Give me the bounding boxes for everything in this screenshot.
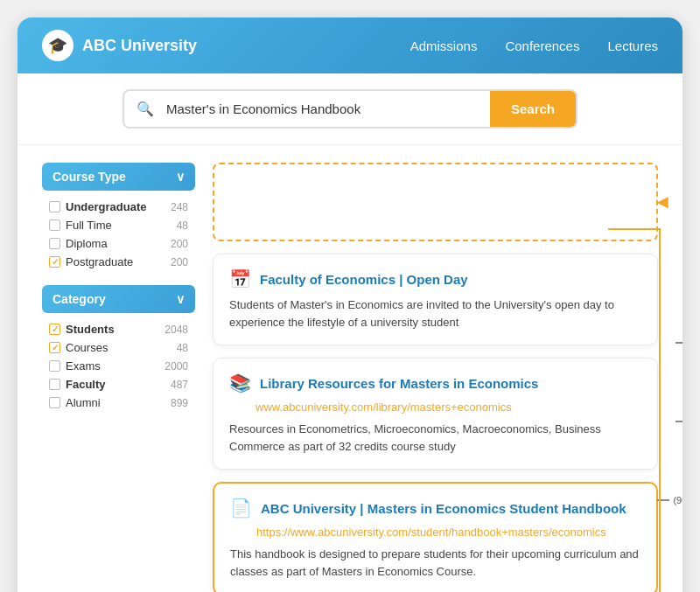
open-day-title: Faculty of Economics | Open Day (260, 272, 468, 287)
handbook-desc: This handbook is designed to prepare stu… (230, 546, 640, 580)
checkbox-students[interactable] (49, 324, 60, 335)
annotation-line-20 (676, 342, 682, 344)
search-input[interactable] (166, 93, 490, 125)
count-exams: 2000 (164, 360, 188, 373)
open-day-desc: Students of Master's in Economics are in… (229, 296, 641, 331)
annotation-50: (50) (676, 416, 682, 427)
filter-item-exams[interactable]: Exams 2000 (46, 357, 192, 375)
nav-links: Admissions Conferences Lectures (410, 38, 658, 53)
result-card-library[interactable]: 📚 Library Resources for Masters in Econo… (213, 358, 658, 470)
category-header[interactable]: Category ∨ (42, 285, 195, 313)
count-courses: 48 (177, 342, 188, 354)
filter-item-faculty[interactable]: Faculty 487 (46, 375, 192, 394)
course-type-filter: Course Type ∨ Undergraduate 248 (42, 163, 195, 271)
filter-item-fulltime[interactable]: Full Time 48 (46, 216, 192, 234)
handbook-title: ABC University | Masters in Economics St… (261, 501, 626, 516)
count-diploma: 200 (171, 238, 188, 250)
main-container: 🎓 ABC University Admissions Conferences … (18, 17, 682, 592)
search-icon: 🔍 (124, 92, 166, 126)
library-icon: 📚 (229, 373, 251, 394)
filter-item-postgraduate[interactable]: Postgraduate 200 (46, 253, 192, 271)
annotation-line-90 (657, 499, 669, 501)
category-chevron: ∨ (176, 292, 185, 306)
label-fulltime: Full Time (66, 219, 112, 232)
category-items: Students 2048 Courses 48 (42, 320, 195, 412)
annotation-label-90: (90) (673, 495, 682, 505)
search-section: 🔍 Search (18, 73, 682, 145)
annotation-90: (90) ➤ (657, 491, 682, 510)
course-type-label: Course Type (52, 170, 126, 184)
count-undergraduate: 248 (171, 201, 188, 213)
label-students: Students (66, 323, 115, 336)
checkbox-exams[interactable] (49, 360, 60, 372)
checkbox-courses[interactable] (49, 342, 60, 353)
logo-icon: 🎓 (42, 30, 74, 61)
checkbox-fulltime[interactable] (49, 219, 60, 231)
annotation-line-50 (676, 421, 682, 422)
checkbox-faculty[interactable] (49, 379, 60, 390)
course-type-items: Undergraduate 248 Full Time 48 (42, 198, 195, 271)
count-fulltime: 48 (177, 219, 188, 232)
sidebar: Course Type ∨ Undergraduate 248 (42, 163, 195, 592)
label-postgraduate: Postgraduate (66, 255, 133, 268)
checkbox-alumni[interactable] (49, 397, 60, 408)
result-card-open-day[interactable]: 📅 Faculty of Economics | Open Day Studen… (213, 254, 658, 345)
count-postgraduate: 200 (171, 256, 188, 268)
nav-admissions[interactable]: Admissions (410, 38, 478, 53)
filter-item-undergraduate[interactable]: Undergraduate 248 (46, 198, 192, 216)
checkbox-postgraduate[interactable] (49, 256, 60, 268)
category-filter: Category ∨ Students 2048 Cou (42, 285, 195, 412)
count-faculty: 487 (171, 379, 188, 391)
label-exams: Exams (66, 359, 101, 373)
search-button[interactable]: Search (490, 91, 576, 127)
filter-item-students[interactable]: Students 2048 (46, 320, 192, 338)
logo-text: ABC University (82, 37, 197, 55)
handbook-icon: 📄 (230, 498, 252, 519)
count-students: 2048 (164, 324, 188, 336)
header: 🎓 ABC University Admissions Conferences … (18, 17, 682, 73)
library-url[interactable]: www.abcuniversity.com/library/masters+ec… (256, 400, 641, 414)
results-area: ◄ 📅 Faculty of Economics | Open Day Stud… (213, 163, 658, 592)
open-day-icon: 📅 (229, 268, 251, 289)
annotation-20: (20) (676, 338, 682, 348)
nav-lectures[interactable]: Lectures (607, 38, 658, 53)
result-card-handbook[interactable]: 📄 ABC University | Masters in Economics … (213, 482, 658, 592)
filter-item-alumni[interactable]: Alumni 899 (46, 394, 192, 412)
checkbox-undergraduate[interactable] (49, 201, 60, 212)
label-undergraduate: Undergraduate (66, 200, 146, 213)
checkbox-diploma[interactable] (49, 238, 60, 249)
search-bar: 🔍 Search (122, 89, 578, 129)
placeholder-arrow: ◄ (653, 191, 672, 213)
nav-conferences[interactable]: Conferences (505, 38, 579, 53)
library-title: Library Resources for Masters in Economi… (260, 376, 538, 391)
filter-item-courses[interactable]: Courses 48 (46, 338, 192, 357)
label-diploma: Diploma (66, 237, 108, 250)
handbook-url[interactable]: https://www.abcuniversity.com/student/ha… (256, 526, 640, 539)
label-alumni: Alumni (66, 396, 101, 409)
placeholder-card: ◄ (213, 163, 658, 241)
label-faculty: Faculty (66, 378, 106, 391)
course-type-header[interactable]: Course Type ∨ (42, 163, 195, 191)
orange-right-border (659, 228, 661, 592)
library-desc: Resources in Econometrics, Microeconomic… (229, 421, 641, 455)
course-type-chevron: ∨ (176, 170, 185, 184)
content-area: Course Type ∨ Undergraduate 248 (18, 145, 682, 592)
filter-item-diploma[interactable]: Diploma 200 (46, 234, 192, 253)
logo-area: 🎓 ABC University (42, 30, 197, 61)
label-courses: Courses (66, 341, 108, 354)
category-label: Category (52, 292, 106, 306)
count-alumni: 899 (171, 397, 188, 409)
